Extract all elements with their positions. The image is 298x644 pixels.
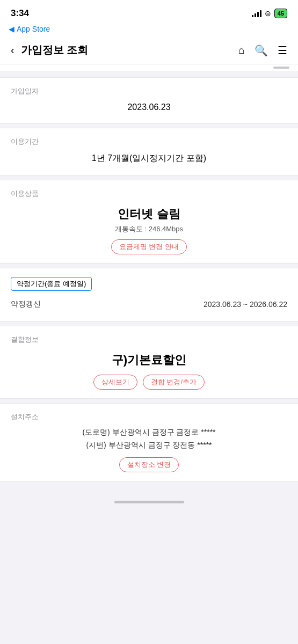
- join-date-label: 가입일자: [11, 86, 287, 96]
- header-icons: ⌂ 🔍 ☰: [238, 44, 287, 57]
- bundle-actions: 상세보기 결합 변경/추가: [11, 375, 287, 390]
- bundle-label: 결합정보: [11, 335, 287, 345]
- back-button[interactable]: ‹: [11, 44, 14, 56]
- contract-card: 약정기간(종료 예정일) 약정갱신 2023.06.23 ~ 2026.06.2…: [0, 268, 298, 321]
- address-card: 설치주소 (도로명) 부산광역시 금정구 금정로 ***** (지번) 부산광역…: [0, 403, 298, 481]
- contract-renew-label: 약정갱신: [11, 299, 41, 309]
- contract-renew-value: 2023.06.23 ~ 2026.06.22: [203, 300, 287, 309]
- contract-label: 약정기간(종료 예정일): [11, 277, 92, 291]
- scroll-dot: [273, 67, 289, 69]
- address-label: 설치주소: [11, 412, 287, 422]
- menu-icon[interactable]: ☰: [278, 44, 287, 57]
- address-change-btn[interactable]: 설치장소 변경: [119, 457, 179, 472]
- address-land: (지번) 부산광역시 금정구 장전동 *****: [11, 439, 287, 452]
- bundle-card: 결합정보 구)기본료할인 상세보기 결합 변경/추가: [0, 326, 298, 399]
- battery-indicator: 45: [274, 9, 287, 18]
- home-indicator: [0, 492, 298, 508]
- content-area: 가입일자 2023.06.23 이용기간 1년 7개월(일시정지기간 포함) 이…: [0, 71, 298, 492]
- page-header: ‹ 가입정보 조회 ⌂ 🔍 ☰: [0, 36, 298, 64]
- address-road: (도로명) 부산광역시 금정구 금정로 *****: [11, 426, 287, 439]
- product-name: 인터넷 슬림: [11, 203, 287, 223]
- usage-period-label: 이용기간: [11, 137, 287, 147]
- page-title: 가입정보 조회: [21, 43, 232, 57]
- app-store-label: App Store: [17, 25, 50, 33]
- join-date-value: 2023.06.23: [11, 100, 287, 114]
- status-icons: ⊜ 45: [252, 9, 287, 18]
- usage-period-card: 이용기간 1년 7개월(일시정지기간 포함): [0, 128, 298, 175]
- status-bar: 3:34 ⊜ 45: [0, 0, 298, 24]
- product-card: 이용상품 인터넷 슬림 개통속도 : 246.4Mbps 요금제명 변경 안내: [0, 180, 298, 264]
- home-icon[interactable]: ⌂: [238, 44, 245, 56]
- signal-icon: [252, 10, 261, 17]
- bundle-change-btn[interactable]: 결합 변경/추가: [143, 375, 205, 390]
- product-label: 이용상품: [11, 189, 287, 199]
- product-speed: 개통속도 : 246.4Mbps: [11, 224, 287, 234]
- wifi-icon: ⊜: [265, 9, 271, 18]
- app-store-nav[interactable]: ◀ App Store: [0, 24, 298, 36]
- home-bar: [114, 501, 184, 503]
- nav-back-icon: ◀: [9, 25, 14, 33]
- usage-period-value: 1년 7개월(일시정지기간 포함): [11, 151, 287, 166]
- scroll-indicator: [0, 64, 298, 71]
- contract-renew-row: 약정갱신 2023.06.23 ~ 2026.06.22: [11, 296, 287, 312]
- address-actions: 설치장소 변경: [11, 457, 287, 472]
- bundle-name: 구)기본료할인: [11, 349, 287, 369]
- join-date-card: 가입일자 2023.06.23: [0, 77, 298, 123]
- product-actions: 요금제명 변경 안내: [11, 239, 287, 254]
- search-icon[interactable]: 🔍: [255, 44, 268, 57]
- status-time: 3:34: [11, 8, 29, 19]
- product-change-btn[interactable]: 요금제명 변경 안내: [111, 239, 187, 254]
- bundle-detail-btn[interactable]: 상세보기: [93, 375, 137, 390]
